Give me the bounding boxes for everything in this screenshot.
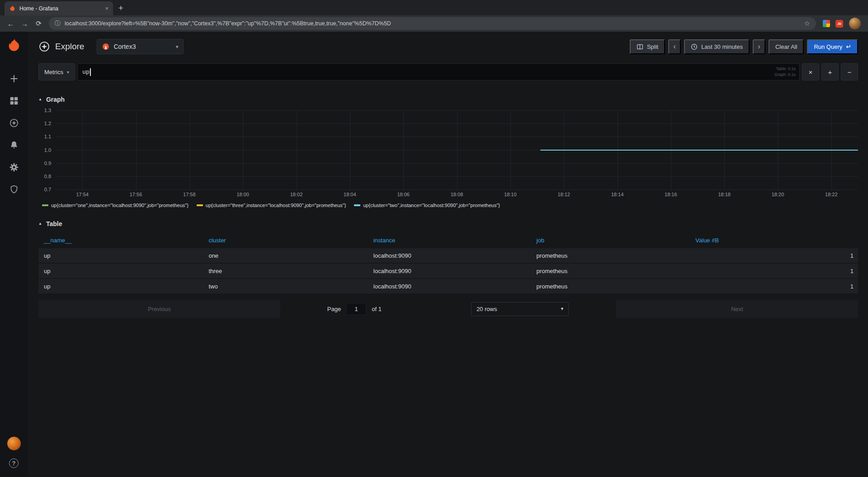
minus-icon: − <box>848 68 852 76</box>
query-row: Metrics ▾ up Table: 0.1s Graph: 0.1s × +… <box>38 63 858 80</box>
x-tick-label: 18:04 <box>344 192 356 197</box>
sidebar-item-server-admin[interactable] <box>9 184 19 194</box>
y-axis: 1.3 1.2 1.1 1.0 0.9 0.8 0.7 <box>38 110 56 189</box>
sidebar-item-explore[interactable] <box>9 118 19 128</box>
gridline <box>136 110 137 189</box>
collapse-query-button[interactable]: − <box>841 63 858 80</box>
url-bar[interactable]: ⓘ localhost:3000/explore?left=%5B"now-30… <box>49 17 816 30</box>
cell: prometheus <box>531 252 690 259</box>
page-number-input[interactable] <box>346 303 366 315</box>
bookmark-star-icon[interactable]: ☆ <box>804 19 810 28</box>
rows-per-page-select[interactable]: 20 rows ▼ <box>471 302 569 316</box>
explore-header: Explore Cortex3 ▾ Split ‹ Last 30 minute… <box>38 32 858 58</box>
page-of-label: of 1 <box>372 306 382 312</box>
sidebar-item-create[interactable] <box>9 74 19 84</box>
column-header[interactable]: job <box>531 237 690 244</box>
extension-icon[interactable] <box>823 20 830 27</box>
metrics-dropdown-button[interactable]: Metrics ▾ <box>38 63 75 80</box>
column-header[interactable]: cluster <box>203 237 368 244</box>
cell: prometheus <box>531 268 690 274</box>
query-text: up <box>82 69 90 76</box>
table-row[interactable]: up one localhost:9090 prometheus 1 <box>38 248 858 263</box>
cell: up <box>38 268 203 274</box>
table-section-header[interactable]: ▲ Table <box>38 220 858 227</box>
run-query-button[interactable]: Run Query ↵ <box>807 39 858 54</box>
plus-icon <box>9 74 19 84</box>
legend-label: up{cluster="two",instance="localhost:909… <box>363 203 500 208</box>
datasource-picker[interactable]: Cortex3 ▾ <box>97 39 184 54</box>
x-tick-label: 18:18 <box>718 192 731 197</box>
legend-swatch <box>354 204 360 206</box>
x-tick-label: 18:10 <box>504 192 517 197</box>
graph-title: Graph <box>46 96 65 103</box>
query-input[interactable]: up Table: 0.1s Graph: 0.1s <box>77 63 800 80</box>
x-tick-label: 18:14 <box>611 192 624 197</box>
site-info-icon[interactable]: ⓘ <box>55 19 61 28</box>
graph-section-header[interactable]: ▲ Graph <box>38 96 858 103</box>
x-tick-label: 17:54 <box>76 192 89 197</box>
column-header[interactable]: __name__ <box>38 237 203 244</box>
sidebar-item-dashboards[interactable] <box>9 96 19 106</box>
table-row[interactable]: up two localhost:9090 prometheus 1 <box>38 279 858 293</box>
legend-item[interactable]: up{cluster="one",instance="localhost:909… <box>42 203 189 208</box>
column-header[interactable]: Value #B <box>690 237 858 244</box>
reload-icon[interactable]: ⟳ <box>33 18 45 30</box>
time-back-button[interactable]: ‹ <box>668 39 681 54</box>
user-avatar[interactable] <box>7 437 21 450</box>
split-icon <box>637 43 643 50</box>
browser-tab[interactable]: Home - Grafana × <box>5 1 113 15</box>
browser-toolbar: ← → ⟳ ⓘ localhost:3000/explore?left=%5B"… <box>0 15 868 32</box>
bell-icon <box>9 140 19 150</box>
x-tick-label: 18:02 <box>290 192 303 197</box>
chevron-right-icon: › <box>758 43 760 51</box>
add-query-button[interactable]: + <box>821 63 839 80</box>
legend-item[interactable]: up{cluster="two",instance="localhost:909… <box>354 203 500 208</box>
back-icon[interactable]: ← <box>5 18 17 30</box>
split-button[interactable]: Split <box>630 39 665 54</box>
x-tick-label: 18:16 <box>665 192 677 197</box>
x-tick-label: 18:06 <box>397 192 410 197</box>
explore-compass-icon <box>9 118 19 128</box>
sidebar-item-configuration[interactable] <box>9 162 19 172</box>
page-label: Page <box>327 306 341 312</box>
table-row[interactable]: up three localhost:9090 prometheus 1 <box>38 264 858 278</box>
next-page-button[interactable]: Next <box>616 300 858 318</box>
gridline <box>189 110 190 189</box>
clear-all-button[interactable]: Clear All <box>769 39 804 54</box>
column-header[interactable]: instance <box>368 237 531 244</box>
gear-icon <box>9 162 19 172</box>
dashboards-grid-icon <box>9 96 19 106</box>
extension-badge-icon[interactable]: JD <box>835 20 843 28</box>
explore-page: Explore Cortex3 ▾ Split ‹ Last 30 minute… <box>28 32 868 477</box>
gridline <box>297 110 297 189</box>
previous-page-button[interactable]: Previous <box>38 300 280 318</box>
cell: up <box>38 283 203 290</box>
tab-close-icon[interactable]: × <box>105 5 108 11</box>
remove-query-button[interactable]: × <box>802 63 819 80</box>
time-forward-button[interactable]: › <box>753 39 765 54</box>
forward-icon[interactable]: → <box>19 18 31 30</box>
x-tick-label: 17:56 <box>130 192 142 197</box>
x-tick-label: 18:20 <box>772 192 784 197</box>
plot-canvas[interactable] <box>56 110 858 189</box>
browser-profile-avatar[interactable] <box>849 18 861 29</box>
explore-icon <box>38 41 50 52</box>
sidebar-item-alerting[interactable] <box>9 140 19 150</box>
cell: one <box>203 252 368 259</box>
page-title: Explore <box>55 42 84 52</box>
help-icon[interactable]: ? <box>9 458 19 468</box>
text-cursor <box>90 68 91 76</box>
time-range-picker[interactable]: Last 30 minutes <box>684 39 750 54</box>
graph-panel: ▲ Graph 1.3 1.2 1.1 1.0 0.9 0.8 0.7 <box>38 96 858 208</box>
cell: prometheus <box>531 283 690 290</box>
query-latency: Table: 0.1s Graph: 0.1s <box>774 66 796 77</box>
legend-item[interactable]: up{cluster="three",instance="localhost:9… <box>197 203 346 208</box>
x-axis: 17:54 17:56 17:58 18:00 18:02 18:04 18:0… <box>56 192 858 198</box>
time-range-label: Last 30 minutes <box>701 43 743 50</box>
collapse-triangle-icon: ▲ <box>38 222 42 226</box>
cell: two <box>203 283 368 290</box>
gridline <box>243 110 243 189</box>
grafana-logo-icon[interactable] <box>6 38 22 53</box>
x-tick-label: 18:22 <box>825 192 838 197</box>
new-tab-button[interactable]: + <box>118 4 123 12</box>
